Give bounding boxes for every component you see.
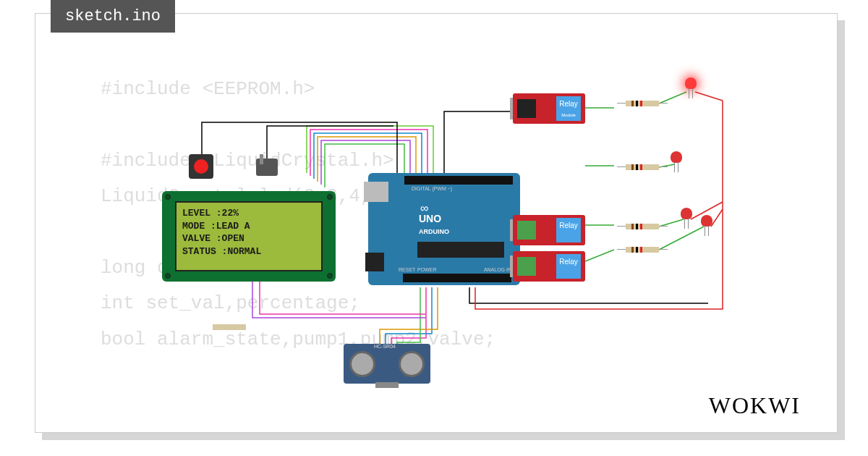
power-pins-label: POWER [417, 267, 436, 272]
digital-pins-label: DIGITAL (PWM ~) [412, 186, 452, 191]
project-card: #include <EEPROM.h> #include <LiquidCrys… [35, 13, 838, 433]
led-4[interactable] [701, 215, 712, 229]
relay-label: Relay [559, 100, 578, 108]
ultrasonic-rx-icon [399, 351, 425, 377]
relay-module-1[interactable]: RelayModule [513, 93, 585, 124]
file-tab-label: sketch.ino [65, 7, 161, 25]
lcd-20x4[interactable]: LEVEL :22% MODE :LEAD A VALVE :OPEN STAT… [162, 191, 336, 282]
led-2[interactable] [671, 151, 682, 166]
led-1[interactable] [685, 77, 697, 92]
circuit-canvas[interactable]: LEVEL :22% MODE :LEAD A VALVE :OPEN STAT… [108, 57, 831, 419]
relay-module-2[interactable]: Relay [513, 215, 585, 245]
slide-switch[interactable] [256, 159, 278, 176]
resistor-1[interactable] [626, 101, 659, 106]
wokwi-logo: WOKWI [709, 392, 801, 419]
resistor-4[interactable] [626, 247, 659, 253]
arduino-uno[interactable]: ∞ UNO ARDUINO DIGITAL (PWM ~) ANALOG IN … [368, 173, 520, 285]
board-name: UNO [419, 213, 441, 224]
ultrasonic-hcsr04[interactable]: HC-SR04 [344, 344, 430, 384]
analog-pins-label: ANALOG IN [484, 267, 511, 272]
resistor-2[interactable] [626, 164, 659, 170]
lcd-screen: LEVEL :22% MODE :LEAD A VALVE :OPEN STAT… [175, 201, 323, 271]
resistor-3[interactable] [626, 224, 659, 229]
lcd-line-1: LEVEL :22% [182, 207, 315, 220]
relay-sublabel: Module [561, 113, 576, 117]
atmega-chip-icon [417, 242, 504, 258]
lcd-line-3: VALVE :OPEN [182, 232, 315, 245]
led-3[interactable] [681, 208, 692, 222]
usb-port-icon [364, 182, 388, 202]
relay-label: Relay [559, 221, 578, 229]
power-jack-icon [365, 253, 384, 271]
reset-label: RESET [399, 267, 415, 272]
lcd-line-2: MODE :LEAD A [182, 220, 315, 233]
analog-header [403, 274, 511, 282]
lcd-line-4: STATUS :NORMAL [182, 245, 315, 258]
board-brand: ARDUINO [419, 228, 449, 235]
digital-header [404, 176, 513, 185]
resistor-5[interactable] [213, 324, 246, 330]
relay-label: Relay [559, 258, 578, 266]
pushbutton[interactable] [189, 154, 213, 179]
ultrasonic-label: HC-SR04 [374, 344, 396, 349]
relay-module-3[interactable]: Relay [513, 251, 585, 282]
file-tab[interactable]: sketch.ino [51, 0, 175, 33]
ultrasonic-tx-icon [349, 351, 375, 377]
ultrasonic-pins [375, 382, 399, 388]
